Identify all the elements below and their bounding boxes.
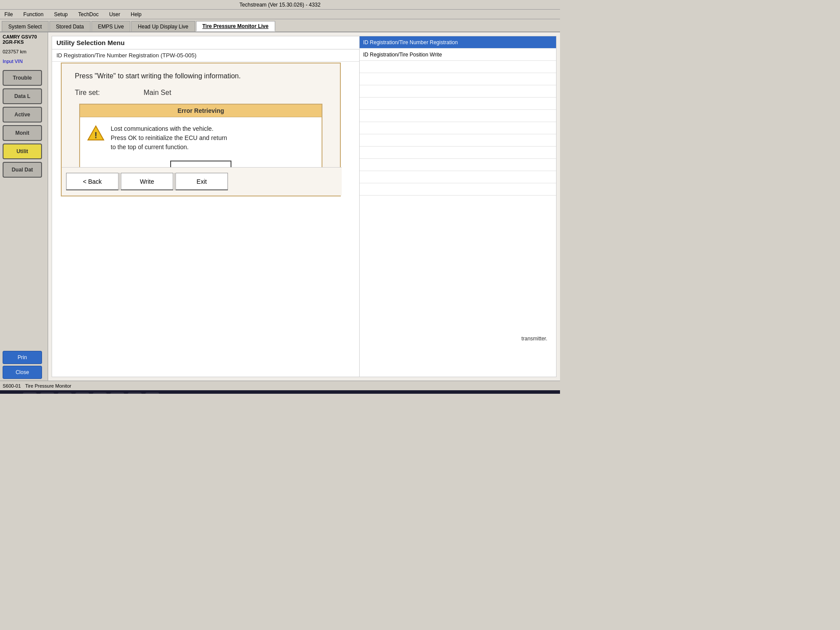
menu-help[interactable]: Help	[129, 10, 144, 18]
sidebar: CAMRY GSV70 2GR-FKS 023757 km Input VIN …	[0, 32, 48, 381]
right-panel-row-10	[360, 159, 556, 171]
start-button[interactable]	[4, 392, 19, 394]
sidebar-btn-monit[interactable]: Monit	[3, 125, 42, 141]
utility-panel: Utility Selection Menu ID Registration/T…	[52, 36, 556, 377]
taskbar-folder-icon[interactable]: 📁	[40, 392, 54, 394]
separator-1	[119, 173, 120, 190]
taskbar-globe-icon[interactable]: 🌐	[75, 392, 89, 394]
taskbar: e 📁 👤 🌐 📦 💻 t	[0, 390, 560, 394]
taskbar-t-icon[interactable]: t	[145, 392, 159, 394]
tab-system-select[interactable]: System Select	[2, 21, 49, 32]
right-panel-row-7	[360, 122, 556, 134]
tab-tire-pressure-monitor[interactable]: Tire Pressure Monitor Live	[196, 21, 275, 32]
right-panel-row-5	[360, 98, 556, 110]
sidebar-btn-active[interactable]: Active	[3, 107, 42, 122]
tire-set-value: Main Set	[144, 89, 171, 97]
status-bar: S600-01 Tire Pressure Monitor	[0, 381, 560, 390]
sidebar-btn-trouble[interactable]: Trouble	[3, 70, 42, 86]
right-panel-row-11	[360, 171, 556, 183]
taskbar-chrome-icon[interactable]	[110, 392, 124, 394]
right-panel-row-3	[360, 73, 556, 85]
content-area: Utility Selection Menu ID Registration/T…	[48, 32, 560, 381]
title-text: Techstream (Ver 15.30.026) - 4332	[239, 2, 320, 8]
menu-file[interactable]: File	[3, 10, 14, 18]
right-panel-row-9	[360, 147, 556, 159]
input-vin[interactable]: Input VIN	[3, 59, 45, 64]
windows-icon	[5, 393, 18, 394]
taskbar-box-icon[interactable]: 📦	[93, 392, 107, 394]
right-panel-row-6	[360, 110, 556, 122]
error-dialog-header: Error Retrieving	[80, 105, 322, 117]
taskbar-person-icon[interactable]: 👤	[58, 392, 72, 394]
main-layout: CAMRY GSV70 2GR-FKS 023757 km Input VIN …	[0, 32, 560, 381]
sidebar-btn-utility[interactable]: Utilit	[3, 144, 42, 159]
dialog-prompt: Press "Write" to start writing the follo…	[75, 72, 327, 80]
menu-user[interactable]: User	[107, 10, 122, 18]
svg-text:!: !	[94, 130, 98, 140]
right-panel-row-12	[360, 183, 556, 196]
sidebar-btn-data[interactable]: Data L	[3, 88, 42, 104]
right-panel-row-8	[360, 134, 556, 147]
tab-emps-live[interactable]: EMPS Live	[91, 21, 130, 32]
sidebar-bottom: Prin Close	[3, 351, 45, 379]
tab-stored-data[interactable]: Stored Data	[49, 21, 91, 32]
taskbar-monitor-icon[interactable]: 💻	[128, 392, 142, 394]
title-bar: Techstream (Ver 15.30.026) - 4332	[0, 0, 560, 10]
menu-setup[interactable]: Setup	[52, 10, 69, 18]
right-panel: ID Registration/Tire Number Registration…	[359, 36, 556, 377]
status-code: S600-01	[3, 383, 21, 388]
right-panel-row-1[interactable]: ID Registration/Tire Position Write	[360, 49, 556, 61]
car-model: CAMRY GSV70 2GR-FKS	[3, 34, 45, 45]
warning-icon: !	[87, 124, 105, 142]
menu-bar: File Function Setup TechDoc User Help	[0, 10, 560, 19]
error-dialog-text: Lost communications with the vehicle. Pr…	[111, 124, 227, 152]
status-label: Tire Pressure Monitor	[25, 383, 71, 388]
menu-function[interactable]: Function	[21, 10, 45, 18]
separator-2	[174, 173, 175, 190]
close-button[interactable]: Close	[3, 366, 42, 379]
right-panel-row-0[interactable]: ID Registration/Tire Number Registration	[360, 36, 556, 49]
dialog-tire-info: Tire set: Main Set	[75, 89, 327, 97]
dialog-box: Press "Write" to start writing the follo…	[61, 63, 341, 196]
right-panel-row-2	[360, 61, 556, 73]
error-dialog-body: ! Lost communications with the vehicle. …	[80, 117, 322, 156]
taskbar-ie-icon[interactable]: e	[23, 392, 37, 394]
odometer: 023757 km	[3, 49, 45, 54]
transmitter-text: transmitter.	[522, 336, 547, 342]
exit-button[interactable]: Exit	[175, 173, 228, 190]
back-button[interactable]: < Back	[66, 173, 119, 190]
bottom-actions: < Back Write Exit	[62, 167, 342, 196]
menu-techdoc[interactable]: TechDoc	[77, 10, 101, 18]
print-button[interactable]: Prin	[3, 351, 42, 364]
write-button[interactable]: Write	[121, 173, 173, 190]
sidebar-btn-dual[interactable]: Dual Dat	[3, 162, 42, 178]
tire-set-label: Tire set:	[75, 89, 100, 97]
right-panel-row-4	[360, 85, 556, 98]
tab-head-up-display[interactable]: Head Up Display Live	[131, 21, 195, 32]
tab-bar: System Select Stored Data EMPS Live Head…	[0, 19, 560, 32]
